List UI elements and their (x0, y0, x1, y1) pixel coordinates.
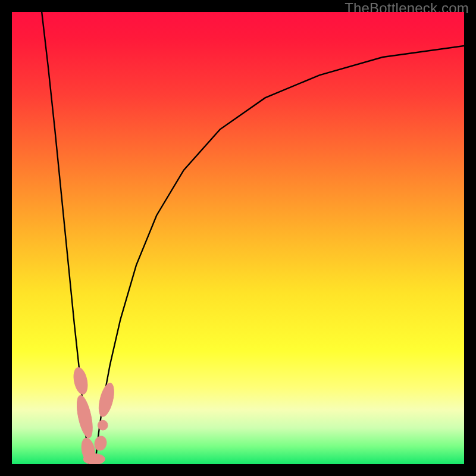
left-cluster-mid-marker (74, 394, 95, 439)
marker-group (71, 367, 117, 464)
chart-frame: TheBottleneck.com (0, 0, 476, 476)
right-cluster-top-marker (96, 381, 117, 418)
plot-area (12, 12, 464, 464)
right-cluster-low-marker (93, 435, 108, 452)
left-cluster-top-marker (71, 367, 89, 396)
right-branch-curve (95, 46, 464, 464)
bottom-pill-marker (83, 454, 105, 464)
right-dot-marker (98, 420, 108, 430)
chart-svg (12, 12, 464, 464)
